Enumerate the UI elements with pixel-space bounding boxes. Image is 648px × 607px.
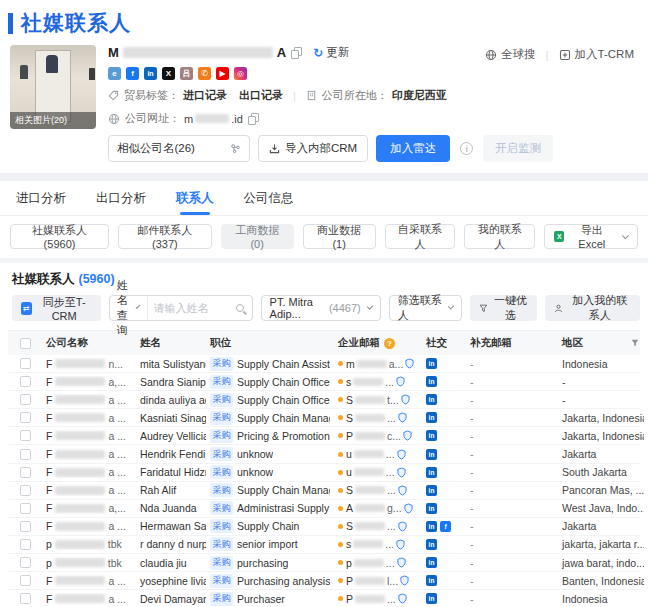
verified-shield-icon[interactable] <box>396 376 405 387</box>
verified-shield-icon[interactable] <box>401 394 410 405</box>
contact-source-button[interactable]: 商业数据(1) <box>303 224 376 249</box>
row-checkbox[interactable] <box>20 557 31 568</box>
contact-source-button[interactable]: 我的联系人 <box>464 224 535 249</box>
linkedin-icon[interactable] <box>426 557 437 568</box>
photo-count-badge[interactable]: 相关图片(20) <box>10 112 96 129</box>
tab-item[interactable]: 出口分析 <box>96 181 146 215</box>
help-icon[interactable]: ? <box>384 338 395 349</box>
linkedin-icon[interactable] <box>426 575 437 586</box>
position-cell: 采购 Purchasing analysis <box>206 574 334 588</box>
linkedin-icon[interactable] <box>426 394 437 405</box>
company-photo[interactable]: 相关图片(20) <box>10 45 96 129</box>
email-cell: P c... <box>334 430 422 442</box>
linkedin-icon[interactable] <box>426 412 437 423</box>
row-checkbox[interactable] <box>20 521 31 532</box>
contact-source-button[interactable]: 自采联系人 <box>385 224 456 249</box>
verified-shield-icon[interactable] <box>398 521 407 532</box>
phone-icon[interactable]: ✆ <box>198 67 211 80</box>
blog-icon[interactable]: 吕 <box>180 67 193 80</box>
col-position: 职位 <box>206 336 334 350</box>
region-filter-icon[interactable] <box>630 338 640 348</box>
contact-filter-select[interactable]: 筛选联系人 <box>389 295 462 321</box>
linkedin-icon[interactable] <box>426 539 437 550</box>
export-excel-button[interactable]: X 导出 Excel <box>544 224 638 249</box>
table-row: F n... mita Sulistyandari 采购 Supply Chai… <box>8 355 640 373</box>
row-checkbox[interactable] <box>20 467 31 478</box>
region-cell: Jakarta <box>558 520 644 532</box>
social-cell <box>422 539 466 550</box>
trade-tag-export: 出口记录 <box>239 88 283 103</box>
email-cell: S ... <box>334 484 422 496</box>
row-checkbox[interactable] <box>20 485 31 496</box>
row-checkbox[interactable] <box>20 593 31 604</box>
contact-source-button[interactable]: 邮件联系人(337) <box>118 224 212 249</box>
linkedin-icon[interactable] <box>426 593 437 604</box>
verified-shield-icon[interactable] <box>397 449 406 460</box>
verified-shield-icon[interactable] <box>398 485 407 496</box>
verified-shield-icon[interactable] <box>403 430 412 441</box>
linkedin-icon[interactable] <box>426 358 437 369</box>
redacted-company-name <box>123 47 273 58</box>
select-all-checkbox[interactable] <box>20 338 31 349</box>
row-checkbox[interactable] <box>20 503 31 514</box>
youtube-icon[interactable]: ▶ <box>216 67 229 80</box>
linkedin-icon[interactable] <box>426 430 437 441</box>
copy-icon[interactable] <box>248 113 258 124</box>
facebook-icon[interactable] <box>440 521 451 532</box>
verified-shield-icon[interactable] <box>405 358 414 369</box>
linkedin-icon[interactable] <box>426 449 437 460</box>
linkedin-icon[interactable] <box>426 485 437 496</box>
import-crm-button[interactable]: 导入内部CRM <box>258 135 368 162</box>
verified-shield-icon[interactable] <box>398 593 407 604</box>
linkedin-icon[interactable] <box>426 376 437 387</box>
row-checkbox[interactable] <box>20 376 31 387</box>
name-search-input[interactable] <box>148 302 236 314</box>
sync-tcrm-button[interactable]: 同步至T-CRM <box>12 295 101 321</box>
tab-item[interactable]: 公司信息 <box>244 181 294 215</box>
monitor-button[interactable]: 开启监测 <box>483 135 553 162</box>
verified-shield-icon[interactable] <box>398 412 407 423</box>
site-prefix[interactable]: m <box>184 113 193 125</box>
row-checkbox[interactable] <box>20 539 31 550</box>
row-checkbox[interactable] <box>20 430 31 441</box>
refresh-button[interactable]: ↻ 更新 <box>313 45 349 60</box>
redacted-email <box>355 432 385 440</box>
site-suffix[interactable]: .id <box>231 113 243 125</box>
company-filter-select[interactable]: PT. Mitra Adip... (4467) <box>261 295 381 321</box>
x-icon[interactable]: X <box>162 67 175 80</box>
row-checkbox[interactable] <box>20 394 31 405</box>
tab-item[interactable]: 联系人 <box>176 181 214 215</box>
verified-shield-icon[interactable] <box>400 575 409 586</box>
info-icon[interactable]: i <box>460 142 473 155</box>
add-my-contacts-button[interactable]: 加入我的联系人 <box>545 295 640 321</box>
row-checkbox[interactable] <box>20 575 31 586</box>
facebook-icon[interactable]: f <box>126 67 139 80</box>
row-checkbox[interactable] <box>20 449 31 460</box>
contact-source-button[interactable]: 社媒联系人(5960) <box>10 224 109 249</box>
similar-companies-button[interactable]: 相似公司名(26) <box>108 135 250 162</box>
linkedin-icon[interactable] <box>426 467 437 478</box>
verified-shield-icon[interactable] <box>397 467 406 478</box>
company-name-prefix: M <box>108 45 119 60</box>
row-checkbox[interactable] <box>20 412 31 423</box>
instagram-icon[interactable]: ◎ <box>234 67 247 80</box>
verified-shield-icon[interactable] <box>397 557 406 568</box>
purchase-tag: 采购 <box>210 556 233 570</box>
website-icon[interactable]: e <box>108 67 121 80</box>
copy-icon[interactable] <box>291 47 301 58</box>
verified-shield-icon[interactable] <box>404 503 413 514</box>
row-checkbox[interactable] <box>20 358 31 369</box>
linkedin-icon[interactable] <box>426 521 437 532</box>
tab-item[interactable]: 进口分析 <box>16 181 66 215</box>
join-tcrm-link[interactable]: 加入T-CRM <box>559 47 634 62</box>
name-query-select[interactable]: 姓名查询 <box>110 296 148 320</box>
global-search-link[interactable]: 全球搜 <box>485 47 536 62</box>
one-click-optimize-button[interactable]: 一键优选 <box>470 295 537 321</box>
linkedin-icon[interactable]: in <box>144 67 157 80</box>
search-icon[interactable] <box>236 304 244 312</box>
join-radar-button[interactable]: 加入雷达 <box>376 135 450 162</box>
contact-source-button[interactable]: 工商数据(0) <box>221 224 294 249</box>
email-cell: s ... <box>334 376 422 388</box>
verified-shield-icon[interactable] <box>396 539 405 550</box>
linkedin-icon[interactable] <box>426 503 437 514</box>
